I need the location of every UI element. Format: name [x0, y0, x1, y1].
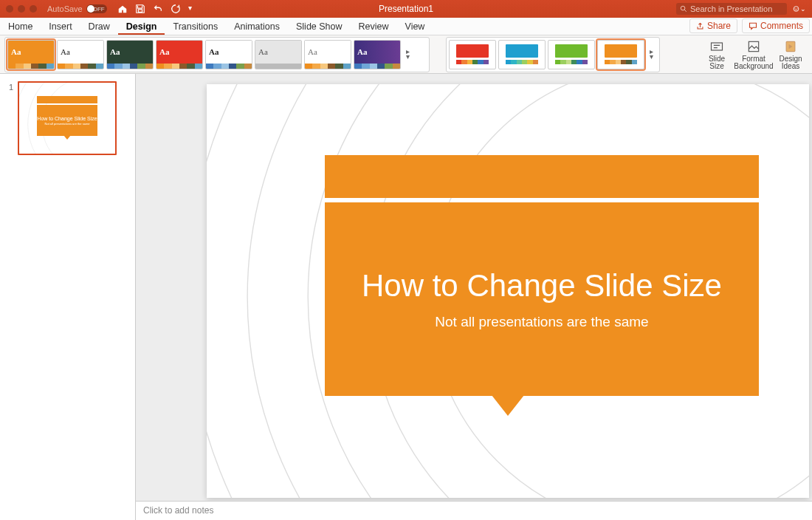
variants-gallery: ▸▾ [446, 37, 660, 72]
autosave-toggle[interactable]: AutoSave OFF [47, 4, 107, 13]
autosave-label: AutoSave [47, 4, 83, 13]
tab-draw[interactable]: Draw [80, 18, 118, 35]
tab-design[interactable]: Design [118, 18, 165, 35]
slide-number: 1 [7, 81, 13, 155]
themes-gallery: Aa Aa Aa Aa Aa Aa Aa Aa ▸▾ [4, 37, 430, 72]
tab-slideshow[interactable]: Slide Show [288, 18, 351, 35]
svg-rect-3 [749, 41, 758, 51]
tab-animations[interactable]: Animations [226, 18, 288, 35]
theme-thumb-1[interactable]: Aa [57, 40, 104, 69]
format-background-icon [746, 39, 761, 54]
ribbon-tabs: Home Insert Draw Design Transitions Anim… [0, 18, 812, 35]
format-background-button[interactable]: Format Background [737, 39, 771, 70]
theme-thumb-0[interactable]: Aa [7, 40, 55, 69]
svg-point-0 [681, 6, 685, 10]
slide-subtitle[interactable]: Not all presentations are the same [435, 314, 648, 330]
theme-thumb-6[interactable]: Aa [304, 40, 351, 69]
home-icon[interactable] [117, 4, 128, 14]
share-icon [696, 22, 704, 30]
autosave-switch[interactable]: OFF [86, 4, 107, 13]
workspace: 1 How to Change Slide SizeNot all presen… [0, 74, 812, 520]
svg-point-1 [794, 7, 799, 12]
search-icon [680, 5, 687, 13]
qat-more-icon[interactable]: ▾ [188, 4, 199, 14]
ribbon: Aa Aa Aa Aa Aa Aa Aa Aa ▸▾ ▸▾ Slide Size… [0, 35, 812, 74]
undo-icon[interactable] [153, 4, 163, 14]
slide-thumbnail-1[interactable]: 1 How to Change Slide SizeNot all presen… [0, 80, 135, 157]
slide-thumb-preview[interactable]: How to Change Slide SizeNot all presenta… [18, 81, 117, 155]
theme-thumb-5[interactable]: Aa [255, 40, 302, 69]
svg-rect-2 [712, 43, 723, 50]
slide-size-button[interactable]: Slide Size [700, 39, 734, 70]
tab-home[interactable]: Home [0, 18, 41, 35]
design-ideas-button[interactable]: Design Ideas [774, 39, 808, 70]
chevron-down-icon: ⌄ [800, 5, 806, 13]
tab-insert[interactable]: Insert [41, 18, 80, 35]
notes-placeholder: Click to add notes [143, 505, 213, 516]
slide-canvas-area[interactable]: How to Change Slide Size Not all present… [136, 74, 812, 520]
share-button[interactable]: Share [689, 18, 737, 33]
slide-title[interactable]: How to Change Slide Size [362, 268, 722, 304]
title-bar: AutoSave OFF ▾ Presentation1 Search in P… [0, 0, 812, 18]
slide-callout-arrow [492, 395, 524, 416]
slide-size-icon [709, 39, 724, 54]
tab-view[interactable]: View [397, 18, 433, 35]
theme-thumb-4[interactable]: Aa [205, 40, 252, 69]
window-controls[interactable] [6, 5, 37, 13]
redo-icon[interactable] [171, 4, 181, 14]
variant-red[interactable] [449, 40, 496, 69]
slide-accent-bar [325, 155, 759, 198]
themes-more-button[interactable]: ▸▾ [403, 49, 412, 59]
theme-thumb-7[interactable]: Aa [354, 40, 401, 69]
design-ideas-icon [783, 39, 798, 54]
search-placeholder: Search in Presentation [690, 4, 772, 13]
quick-access-toolbar: ▾ [117, 4, 199, 14]
tab-review[interactable]: Review [351, 18, 397, 35]
theme-thumb-2[interactable]: Aa [106, 40, 154, 69]
account-button[interactable]: ⌄ [793, 4, 806, 14]
slide-canvas[interactable]: How to Change Slide Size Not all present… [207, 84, 809, 498]
variant-cyan[interactable] [498, 40, 546, 69]
notes-pane[interactable]: Click to add notes [136, 501, 812, 520]
variant-green[interactable] [548, 40, 595, 69]
theme-thumb-3[interactable]: Aa [156, 40, 203, 69]
tab-transitions[interactable]: Transitions [165, 18, 226, 35]
slide-title-box[interactable]: How to Change Slide Size Not all present… [325, 202, 759, 396]
search-input[interactable]: Search in Presentation [676, 3, 787, 15]
comments-button[interactable]: Comments [742, 18, 810, 33]
slide-panel[interactable]: 1 How to Change Slide SizeNot all presen… [0, 74, 136, 520]
variant-orange[interactable] [597, 40, 644, 69]
comment-icon [749, 21, 757, 30]
save-icon[interactable] [135, 4, 145, 14]
variants-more-button[interactable]: ▸▾ [647, 49, 656, 59]
